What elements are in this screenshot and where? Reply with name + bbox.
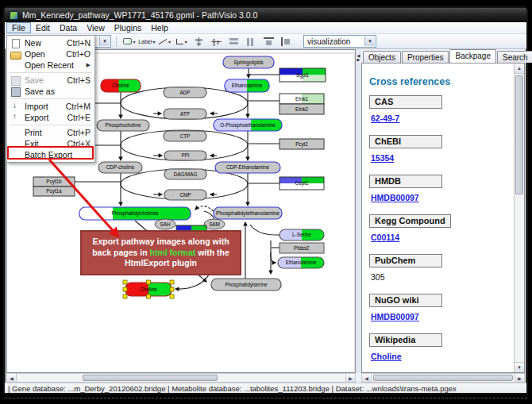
node-o-phosphoethanolamine[interactable]: O-Phosphoethanolamine <box>214 119 282 131</box>
svg-text:Ethanolamine: Ethanolamine <box>286 260 317 265</box>
menu-plugins[interactable]: Plugins <box>110 22 146 33</box>
file-menu-item-new[interactable]: NewCtrl+N <box>7 37 94 48</box>
scrollbar-thumb[interactable] <box>373 375 513 381</box>
file-menu-item-save[interactable]: SaveCtrl+S <box>7 75 94 86</box>
scroll-right-icon[interactable]: ▶ <box>515 374 524 382</box>
align-center-horizontal-icon[interactable] <box>191 35 207 48</box>
xref-link[interactable]: C00114 <box>371 233 513 242</box>
selection-handle[interactable] <box>170 294 174 298</box>
node-pcyt1a[interactable]: Pcyt1a <box>33 187 75 196</box>
selection-handle[interactable] <box>123 294 127 298</box>
node-phosphatidylethanolamine[interactable]: Phosphatidylethanolamine <box>214 207 282 219</box>
selection-handle[interactable] <box>147 294 151 298</box>
node-adp[interactable]: ADP <box>164 87 206 98</box>
common-height-icon[interactable] <box>261 35 277 48</box>
node-choline[interactable]: Choline <box>101 79 141 92</box>
node-ptdss2[interactable]: Ptdss2 <box>279 243 324 253</box>
selection-handle[interactable] <box>123 287 127 291</box>
node-choline[interactable]: Choline <box>123 280 174 298</box>
scroll-left-icon[interactable]: ◀ <box>362 374 372 382</box>
stack-vertical-icon[interactable] <box>226 35 242 48</box>
node-phosphatidylserine[interactable]: Phosphatidylserine <box>211 279 281 290</box>
scroll-right-icon[interactable]: ▶ <box>345 374 355 382</box>
menu-view[interactable]: View <box>82 22 110 33</box>
align-center-vertical-icon[interactable] <box>209 35 225 48</box>
tab-objects[interactable]: Objects <box>363 51 401 63</box>
xref-link[interactable]: HMDB00097 <box>371 193 513 202</box>
tab-properties[interactable]: Properties <box>402 51 449 63</box>
panel-horizontal-scrollbar[interactable]: ◀ ▶ <box>361 373 525 383</box>
chevron-down-icon[interactable]: ▾ <box>184 39 187 44</box>
node-etnk2[interactable]: Etnk2 <box>279 104 324 114</box>
file-menu-item-print[interactable]: PrintCtrl+P <box>7 127 94 138</box>
panel-splitter[interactable]: ◀ ▶ <box>356 49 361 373</box>
file-menu-item-open[interactable]: OpenCtrl+O <box>7 48 94 60</box>
file-menu-item-label: Open Recent <box>25 60 87 70</box>
datanode-tool-icon[interactable]: ▾ <box>121 35 137 48</box>
node-sphingolipids[interactable]: Sphingolipids <box>223 56 274 68</box>
node-l-serine[interactable]: L-Serine <box>279 229 324 240</box>
node-ethanolamine[interactable]: Ethanolamine <box>278 257 324 268</box>
node-phosphocholine[interactable]: Phosphocholine <box>97 120 149 131</box>
menu-help[interactable]: Help <box>146 22 173 33</box>
chevron-down-icon[interactable]: ▼ <box>99 37 110 46</box>
xref-link[interactable]: 15354 <box>371 153 513 163</box>
node-cdp-ethanolamine[interactable]: CDP-Ethanolamine <box>215 162 280 173</box>
common-width-icon[interactable] <box>279 35 295 48</box>
splitter-right-icon[interactable]: ▶ <box>357 58 360 62</box>
node-cept1[interactable]: Cept1 <box>279 177 324 190</box>
selection-handle[interactable] <box>147 280 151 284</box>
node-ethanolamine[interactable]: Ethanolamine <box>225 79 269 92</box>
node-cmp[interactable]: CMP <box>164 190 206 200</box>
file-menu-item-import[interactable]: ImportCtrl+M <box>7 101 94 112</box>
svg-text:Cept1: Cept1 <box>295 180 309 187</box>
node-sam[interactable]: SAM <box>204 219 225 229</box>
chevron-down-icon[interactable]: ▾ <box>133 39 135 44</box>
menu-data[interactable]: Data <box>55 22 82 33</box>
menu-edit[interactable]: Edit <box>31 22 55 33</box>
node-ctp[interactable]: CTP <box>164 131 206 141</box>
node-cdp-choline[interactable]: CDP-choline <box>98 162 142 173</box>
node-sgpl1[interactable]: Sgpl1 <box>279 68 326 82</box>
node-ppi[interactable]: PPi <box>164 151 206 160</box>
line-tool-icon[interactable]: ▾ <box>156 35 172 48</box>
menu-file[interactable]: File <box>6 22 31 33</box>
chevron-down-icon[interactable]: ▼ <box>364 37 375 46</box>
label-tool-icon[interactable]: Label▾ <box>139 35 155 48</box>
file-menu-item-save-as[interactable]: Save as <box>7 86 94 97</box>
scroll-up-icon[interactable]: ▲ <box>515 63 524 74</box>
node-sah[interactable]: SAH <box>155 219 175 229</box>
node-dag-mag[interactable]: DAG/MAG <box>164 169 206 179</box>
file-menu-item-label: Save <box>25 75 63 85</box>
file-menu-item-open-recent[interactable]: Open Recent▶ <box>7 60 94 71</box>
save-icon <box>10 75 22 86</box>
file-menu-item-export[interactable]: ExportCtrl+E <box>7 112 94 123</box>
visualization-combobox[interactable]: visualization ▼ <box>303 35 376 48</box>
node-atp[interactable]: ATP <box>164 109 206 119</box>
scroll-down-icon[interactable]: ▼ <box>515 362 524 372</box>
xref-link[interactable]: 62-49-7 <box>371 114 513 123</box>
node-phosphatidylcholines[interactable]: Phosphatidylcholines <box>79 207 191 220</box>
connector-tool-icon[interactable]: ▾ <box>174 35 190 48</box>
node-pcyt1b[interactable]: Pcyt1b <box>33 177 75 187</box>
chevron-down-icon[interactable]: ▾ <box>168 39 171 44</box>
selection-handle[interactable] <box>123 280 127 284</box>
tab-backpage[interactable]: Backpage <box>449 49 495 63</box>
title-bar[interactable]: Mm_Kennedy_pathway_WP1771_45176.gpml - P… <box>5 8 526 22</box>
tab-search[interactable]: Search <box>497 51 532 63</box>
scrollbar-thumb[interactable] <box>83 375 218 381</box>
selection-handle[interactable] <box>170 287 174 291</box>
node-etnk1[interactable]: Etnk1 <box>279 94 324 104</box>
menu-shortcut: Ctrl+S <box>67 75 91 85</box>
node-pcyt2[interactable]: Pcyt2 <box>279 139 324 149</box>
canvas-horizontal-scrollbar[interactable]: ◀ ▶ <box>6 373 356 383</box>
selection-handle[interactable] <box>170 280 174 284</box>
scroll-left-icon[interactable]: ◀ <box>7 374 17 382</box>
scrollbar-thumb[interactable] <box>515 75 523 194</box>
xref-link[interactable]: Choline <box>371 352 513 361</box>
chevron-down-icon[interactable]: ▾ <box>153 39 156 44</box>
pathvisio-window: Mm_Kennedy_pathway_WP1771_45176.gpml - P… <box>3 6 528 394</box>
stack-horizontal-icon[interactable] <box>244 35 260 48</box>
panel-vertical-scrollbar[interactable]: ▲ ▼ <box>514 63 524 372</box>
xref-link[interactable]: HMDB00097 <box>371 312 513 321</box>
